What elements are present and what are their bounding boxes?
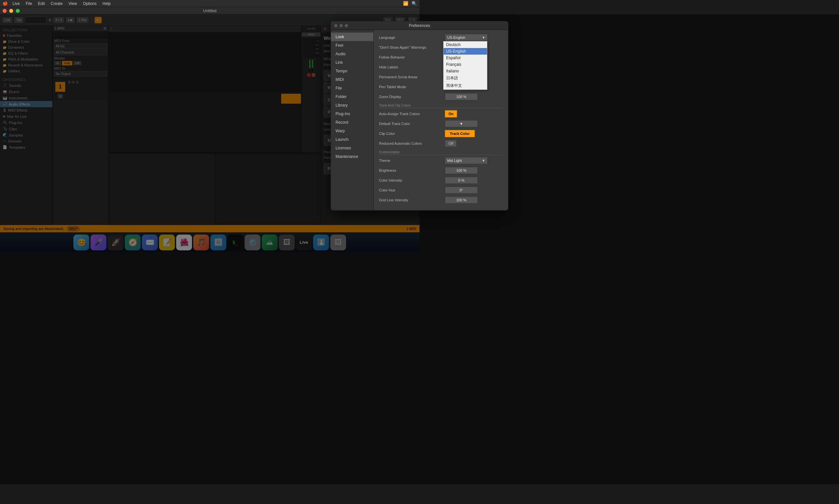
menu-live[interactable]: Live xyxy=(10,1,22,6)
prefs-title: Preferences xyxy=(409,23,420,28)
default-track-row: Default Track Color ▼ xyxy=(379,120,420,127)
brightness-row: Brightness 100 % xyxy=(379,167,420,174)
prefs-close-btn[interactable] xyxy=(334,24,338,27)
color-hue-label: Color Hue xyxy=(379,188,420,192)
titlebar: Untitled xyxy=(0,7,420,15)
menu-edit[interactable]: Edit xyxy=(35,1,47,6)
prefs-nav-tempo[interactable]: Tempo xyxy=(331,67,373,75)
modal-overlay: Preferences Look Feel Audio Link Tempo M… xyxy=(0,15,420,252)
zoom-row: Zoom Display 100 % xyxy=(379,93,420,100)
default-track-label: Default Track Color xyxy=(379,122,420,126)
prefs-nav-look[interactable]: Look xyxy=(331,33,373,41)
clip-color-row: Clip Color Track Color xyxy=(379,130,420,137)
prefs-nav-plugins[interactable]: Plug-Ins xyxy=(331,110,373,118)
reduced-auto-row: Reduced Automatic Colors Off xyxy=(379,140,420,147)
prefs-nav: Look Feel Audio Link Tempo MIDI File Fol… xyxy=(331,30,374,210)
prefs-nav-audio[interactable]: Audio xyxy=(331,50,373,58)
follow-row: Follow Behavior xyxy=(379,54,420,61)
maximize-btn[interactable] xyxy=(16,9,20,13)
prefs-nav-launch[interactable]: Launch xyxy=(331,135,373,144)
language-row: Language US-English ▼ Deutsch US-English… xyxy=(379,34,420,41)
prefs-nav-licenses[interactable]: Licenses xyxy=(331,144,373,152)
prefs-nav-record[interactable]: Record xyxy=(331,118,373,127)
zoom-label: Zoom Display xyxy=(379,95,420,99)
pen-tablet-row: Pen Tablet Mode xyxy=(379,83,420,90)
close-btn[interactable] xyxy=(3,9,6,13)
prefs-body: Look Feel Audio Link Tempo MIDI File Fol… xyxy=(331,30,420,210)
color-intensity-label: Color Intensity xyxy=(379,178,420,182)
menu-file[interactable]: File xyxy=(23,1,35,6)
prefs-nav-feel[interactable]: Feel xyxy=(331,41,373,50)
hide-labels-row: Hide Labels xyxy=(379,64,420,71)
prefs-nav-library[interactable]: Library xyxy=(331,101,373,110)
menu-create[interactable]: Create xyxy=(48,1,65,6)
permanent-scrub-row: Permanent Scrub Areas xyxy=(379,73,420,80)
theme-label: Theme xyxy=(379,159,420,163)
search-icon[interactable]: 🔍 xyxy=(412,1,417,6)
prefs-nav-midi[interactable]: MIDI xyxy=(331,75,373,84)
grid-intensity-label: Grid Line Intensity xyxy=(379,198,420,202)
clip-color-label: Clip Color xyxy=(379,131,420,136)
grid-intensity-row: Grid Line Intensity 100 % xyxy=(379,196,420,204)
hide-labels-label: Hide Labels xyxy=(379,65,420,69)
preferences-window: Preferences Look Feel Audio Link Tempo M… xyxy=(330,21,420,211)
prefs-max-btn[interactable] xyxy=(345,24,348,27)
dont-show-label: "Don't Show Again" Warnings xyxy=(379,46,420,49)
apple-icon[interactable]: 🍎 xyxy=(3,1,8,6)
prefs-nav-file[interactable]: File xyxy=(331,84,373,92)
prefs-nav-folder[interactable]: Folder xyxy=(331,92,373,101)
prefs-look-panel: Language US-English ▼ Deutsch US-English… xyxy=(374,30,420,210)
menu-options[interactable]: Options xyxy=(80,1,99,6)
prefs-nav-link[interactable]: Link xyxy=(331,58,373,67)
permanent-scrub-label: Permanent Scrub Areas xyxy=(379,75,420,79)
prefs-nav-warp[interactable]: Warp xyxy=(331,127,373,135)
menu-help[interactable]: Help xyxy=(100,1,113,6)
language-label: Language xyxy=(379,36,420,39)
prefs-nav-maintenance[interactable]: Maintenance xyxy=(331,152,373,161)
window-title: Untitled xyxy=(203,8,217,13)
track-clip-section: Track And Clip Colors xyxy=(379,104,420,108)
customization-section: Customization xyxy=(379,150,420,155)
wifi-icon: 📶 xyxy=(403,1,408,6)
auto-assign-label: Auto-Assign Track Colors xyxy=(379,112,420,116)
prefs-titlebar: Preferences xyxy=(331,21,420,30)
follow-label: Follow Behavior xyxy=(379,55,420,59)
auto-assign-row: Auto-Assign Track Colors On xyxy=(379,110,420,118)
menubar: 🍎 Live File Edit Create View Options Hel… xyxy=(0,0,420,7)
reduced-auto-label: Reduced Automatic Colors xyxy=(379,142,420,145)
color-intensity-row: Color Intensity 0 % xyxy=(379,177,420,184)
prefs-min-btn[interactable] xyxy=(340,24,343,27)
theme-row: Theme Mid Light ▼ xyxy=(379,157,420,164)
color-hue-row: Color Hue 0° xyxy=(379,186,420,194)
dont-show-row: "Don't Show Again" Warnings xyxy=(379,44,420,51)
pen-tablet-label: Pen Tablet Mode xyxy=(379,85,420,89)
menu-view[interactable]: View xyxy=(66,1,80,6)
minimize-btn[interactable] xyxy=(9,9,13,13)
brightness-label: Brightness xyxy=(379,168,420,173)
